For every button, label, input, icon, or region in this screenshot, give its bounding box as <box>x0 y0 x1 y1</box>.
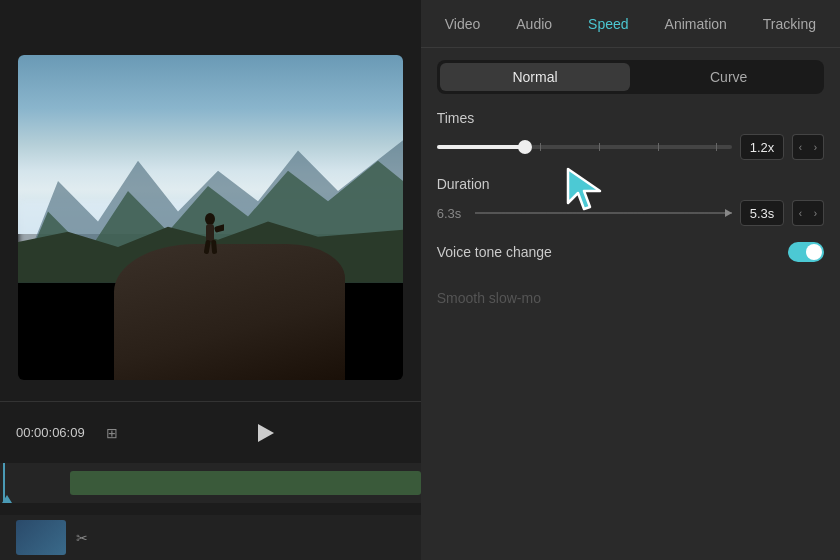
tab-animation[interactable]: Animation <box>649 10 743 38</box>
timeline-area: 00:00:06:09 ⊞ <box>0 401 421 511</box>
times-decrement-btn[interactable]: ‹ <box>792 134 808 160</box>
duration-value-box: 5.3s <box>740 200 784 226</box>
svg-point-3 <box>205 213 215 225</box>
timeline-strip[interactable] <box>0 463 421 503</box>
svg-rect-5 <box>214 223 224 232</box>
duration-original: 6.3s <box>437 206 467 221</box>
duration-label: Duration <box>437 176 824 192</box>
toggle-knob <box>806 244 822 260</box>
voice-tone-toggle[interactable] <box>788 242 824 262</box>
times-slider-fill <box>437 145 526 149</box>
left-panel: 00:00:06:09 ⊞ ✂ <box>0 0 421 560</box>
filmstrip-thumb <box>16 520 66 555</box>
tabs-bar: Video Audio Speed Animation Tracking <box>421 0 840 48</box>
subtab-normal[interactable]: Normal <box>440 63 631 91</box>
smooth-slowmo-label: Smooth slow-mo <box>437 278 824 318</box>
tab-tracking[interactable]: Tracking <box>747 10 832 38</box>
times-increment-btn[interactable]: › <box>808 134 824 160</box>
duration-increment-btn[interactable]: › <box>808 200 824 226</box>
times-value-box: 1.2x <box>740 134 784 160</box>
timeline-bar[interactable] <box>70 471 421 495</box>
times-slider-track[interactable] <box>437 145 732 149</box>
video-preview <box>18 55 403 380</box>
scissors-icon[interactable]: ✂ <box>72 528 92 548</box>
duration-track <box>475 212 732 214</box>
bottom-strip: ✂ <box>0 515 421 560</box>
duration-arrow <box>725 209 732 217</box>
timecode: 00:00:06:09 <box>16 425 96 440</box>
controls-row: 00:00:06:09 ⊞ <box>0 411 421 455</box>
svg-rect-7 <box>211 240 217 254</box>
svg-rect-6 <box>204 240 211 255</box>
times-section: Times 1.2x ‹ › <box>437 110 824 160</box>
playhead-marker <box>2 495 12 503</box>
times-slider-row: 1.2x ‹ › <box>437 134 824 160</box>
speed-content: Times 1.2x ‹ › <box>421 94 840 334</box>
play-button[interactable] <box>250 417 282 449</box>
voice-tone-label: Voice tone change <box>437 244 552 260</box>
times-label: Times <box>437 110 824 126</box>
duration-decrement-btn[interactable]: ‹ <box>792 200 808 226</box>
subtab-curve[interactable]: Curve <box>633 60 824 94</box>
duration-section: Duration 6.3s 5.3s ‹ › <box>437 176 824 226</box>
grid-icon: ⊞ <box>106 425 118 441</box>
svg-rect-4 <box>206 224 214 242</box>
subtabs-bar: Normal Curve <box>437 60 824 94</box>
tab-audio[interactable]: Audio <box>500 10 568 38</box>
mountain-scene <box>18 55 403 380</box>
voice-tone-row: Voice tone change <box>437 242 824 262</box>
tab-video[interactable]: Video <box>429 10 497 38</box>
times-slider-thumb[interactable] <box>518 140 532 154</box>
duration-row: 6.3s 5.3s ‹ › <box>437 200 824 226</box>
tab-speed[interactable]: Speed <box>572 10 644 38</box>
right-panel: Video Audio Speed Animation Tracking Nor… <box>421 0 840 560</box>
